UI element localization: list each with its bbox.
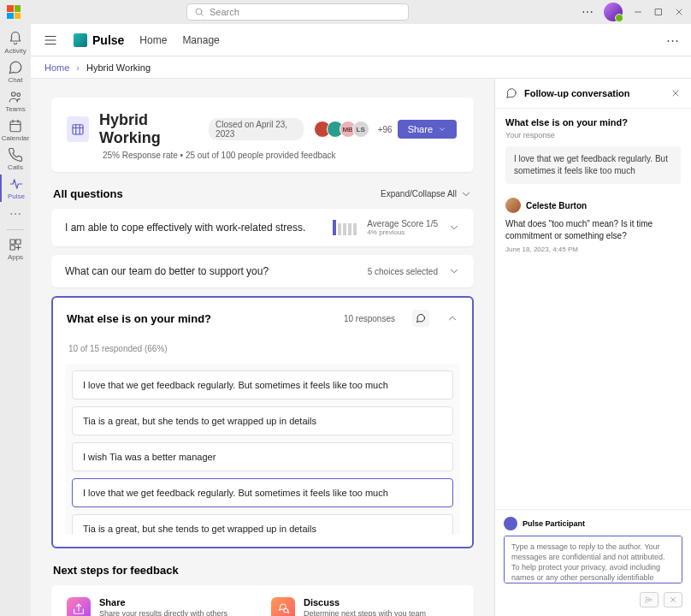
discuss-icon — [271, 597, 295, 616]
sender-avatar — [505, 198, 521, 213]
titlebar: Search ⋯ — [0, 0, 691, 24]
crumb-home[interactable]: Home — [44, 62, 69, 73]
window-minimize[interactable] — [633, 7, 643, 17]
app-brand: Pulse — [74, 33, 124, 47]
compose-area: Pulse Participant — [495, 509, 691, 616]
rail-apps[interactable]: Apps — [0, 235, 31, 263]
followup-quote: I love that we get feedback regularly. B… — [505, 146, 681, 184]
survey-header-card: Hybrid Working Closed on April 23, 2023 … — [51, 98, 474, 172]
question-card-mind-open: What else is on your mind? 10 responses … — [51, 296, 474, 548]
tab-manage[interactable]: Manage — [182, 34, 219, 46]
svg-rect-6 — [16, 240, 21, 244]
share-button[interactable]: Share — [398, 120, 457, 139]
question-card-support[interactable]: What can our team do better to support y… — [51, 255, 474, 287]
chat-icon — [8, 60, 23, 75]
chat-icon-button[interactable] — [412, 310, 429, 327]
rail-chat[interactable]: Chat — [0, 58, 31, 86]
rail-calendar[interactable]: Calendar — [0, 116, 31, 144]
svg-rect-8 — [73, 125, 83, 134]
response-rate-note: 10 of 15 responded (66%) — [65, 339, 460, 364]
breadcrumb: Home › Hybrid Working — [31, 56, 691, 79]
svg-point-0 — [196, 9, 202, 15]
response-item[interactable]: I love that we get feedback regularly. B… — [72, 370, 453, 400]
message-time: June 18, 2023, 4:45 PM — [505, 246, 681, 253]
response-item[interactable]: Tia is a great, but she tends to get wra… — [72, 406, 453, 435]
participant-label: Pulse Participant — [523, 519, 585, 528]
response-item[interactable]: I wish Tia was a better manager — [72, 442, 453, 471]
next-steps-title: Next steps for feedback — [53, 564, 472, 577]
rail-separator — [7, 229, 24, 230]
response-item-selected[interactable]: I love that we get feedback regularly. B… — [72, 478, 453, 507]
reply-textarea[interactable] — [504, 536, 682, 583]
svg-rect-5 — [10, 240, 15, 244]
cancel-button[interactable] — [664, 592, 682, 607]
next-discuss: Discuss Determine next steps with you te… — [271, 597, 458, 616]
sender-name: Celeste Burton — [526, 201, 587, 210]
chevron-right-icon: › — [76, 62, 80, 73]
followup-title: Follow-up conversation — [524, 88, 664, 98]
rail-activity[interactable]: Activity — [0, 29, 31, 56]
phone-icon — [8, 147, 23, 163]
send-button[interactable] — [640, 592, 659, 607]
app-header: Pulse Home Manage ⋯ — [31, 24, 691, 56]
window-maximize[interactable] — [653, 7, 664, 17]
chat-bubble-icon — [416, 313, 426, 323]
svg-rect-4 — [10, 121, 21, 132]
all-questions-header: All questions Expand/Collapse All — [53, 187, 472, 200]
score-meta: Average Score 1/54% previous — [367, 219, 438, 236]
followup-message: Celeste Burton What does "too much" mean… — [505, 198, 681, 253]
rail-teams[interactable]: Teams — [0, 87, 31, 115]
question-title: What else is on your mind? — [67, 312, 211, 325]
rail-pulse[interactable]: Pulse — [0, 175, 31, 202]
response-count: 10 responses — [344, 314, 395, 323]
avatar-stack[interactable]: MB LS — [314, 121, 369, 138]
search-input[interactable]: Search — [186, 3, 409, 21]
chevron-down-icon — [438, 125, 446, 133]
avatar-initials: LS — [352, 121, 369, 138]
score-bars — [333, 220, 357, 235]
user-avatar[interactable] — [604, 3, 623, 21]
question-text: What can our team do better to support y… — [65, 265, 357, 277]
followup-question: What else is on your mind? — [505, 117, 681, 127]
window-close[interactable] — [674, 7, 684, 17]
svg-point-2 — [12, 92, 16, 97]
status-pill: Closed on April 23, 2023 — [209, 118, 304, 140]
ms-logo — [7, 5, 21, 19]
app-rail: Activity Chat Teams Calendar Calls Pulse… — [0, 24, 31, 616]
close-icon[interactable] — [670, 88, 681, 98]
followup-panel: Follow-up conversation What else is on y… — [494, 79, 691, 616]
question-text: I am able to cope effectively with work-… — [65, 222, 322, 234]
share-title: Share — [99, 597, 227, 607]
calendar-icon — [8, 118, 23, 133]
participant-avatar — [504, 517, 517, 530]
expand-collapse-toggle[interactable]: Expand/Collapse All — [381, 188, 472, 200]
response-item[interactable]: Tia is a great, but she tends to get wra… — [72, 514, 453, 535]
close-icon — [669, 595, 677, 604]
responses-list[interactable]: I love that we get feedback regularly. B… — [65, 364, 460, 535]
app-header-more-icon[interactable]: ⋯ — [666, 33, 679, 48]
rail-more-icon[interactable]: ⋯ — [9, 207, 21, 221]
avatar-overflow-count: +96 — [378, 125, 393, 134]
hamburger-icon[interactable] — [43, 33, 58, 48]
tab-home[interactable]: Home — [139, 34, 167, 46]
message-text: What does "too much" mean? Is it time co… — [505, 218, 681, 242]
search-placeholder: Search — [210, 7, 239, 17]
survey-icon — [67, 116, 89, 142]
question-card-stress[interactable]: I am able to cope effectively with work-… — [51, 209, 474, 246]
calendar-grid-icon — [70, 121, 86, 137]
apps-icon — [8, 237, 23, 252]
people-icon — [8, 89, 23, 104]
chevron-up-icon[interactable] — [446, 312, 458, 324]
pulse-brand-icon — [74, 33, 87, 47]
survey-title: Hybrid Working — [99, 111, 198, 147]
next-share: Share Share your results directly with o… — [67, 597, 254, 616]
titlebar-more-icon[interactable]: ⋯ — [582, 5, 594, 19]
next-steps-section: Next steps for feedback Share Share your… — [51, 564, 474, 616]
chevron-down-icon — [448, 265, 460, 277]
send-icon — [645, 595, 653, 604]
pulse-icon — [9, 176, 24, 192]
rail-calls[interactable]: Calls — [0, 145, 31, 173]
all-questions-title: All questions — [53, 187, 123, 200]
choices-meta: 5 choices selected — [368, 267, 438, 276]
bell-icon — [8, 31, 23, 46]
